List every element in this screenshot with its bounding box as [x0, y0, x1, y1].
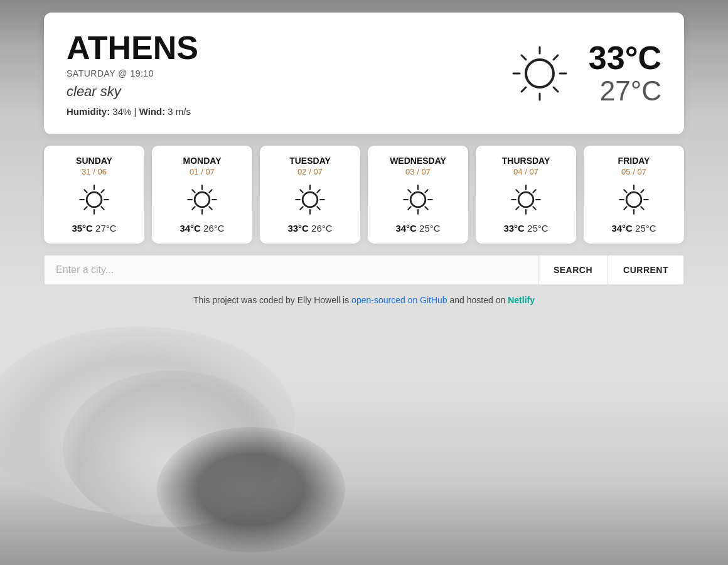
detail-separator: | [134, 106, 139, 117]
footer-text-before: This project was coded by Elly Howell is [193, 295, 351, 305]
forecast-day: SUNDAY [76, 156, 112, 166]
current-temp-low: 27°C [600, 76, 661, 106]
search-button[interactable]: SEARCH [538, 255, 608, 285]
forecast-temp-hi: 34°C [395, 223, 417, 234]
svg-line-17 [84, 207, 87, 210]
svg-line-33 [317, 207, 319, 210]
svg-point-9 [87, 192, 102, 207]
forecast-day: MONDAY [183, 156, 222, 166]
current-details: Humidity: 34% | Wind: 3 m/s [67, 106, 198, 117]
svg-line-6 [554, 87, 558, 92]
forecast-temp-lo: 25°C [527, 223, 549, 234]
forecast-card: SUNDAY 31 / 06 35°C 27°C [44, 146, 144, 244]
svg-line-34 [317, 190, 319, 193]
current-temps: 33°C 27°C [589, 40, 661, 107]
forecast-temp-hi: 33°C [287, 223, 309, 234]
netlify-link[interactable]: Netlify [508, 295, 535, 305]
city-name: ATHENS [67, 30, 198, 66]
svg-line-53 [516, 207, 518, 210]
forecast-temps: 33°C 26°C [287, 223, 332, 234]
svg-point-18 [195, 192, 210, 207]
svg-line-24 [209, 207, 211, 210]
svg-line-5 [522, 55, 526, 60]
svg-line-62 [624, 207, 626, 210]
forecast-date: 03 / 07 [405, 167, 431, 176]
svg-line-43 [425, 190, 427, 193]
forecast-date: 05 / 07 [621, 167, 646, 176]
forecast-day: THURSDAY [502, 156, 550, 166]
forecast-temps: 34°C 26°C [179, 223, 224, 234]
svg-line-32 [300, 190, 302, 193]
svg-line-7 [554, 55, 558, 60]
content-wrapper: ATHENS SATURDAY @ 19:10 clear sky Humidi… [19, 0, 709, 318]
forecast-temp-hi: 33°C [503, 223, 525, 234]
current-weather-right: 33°C 27°C [508, 40, 661, 107]
current-description: clear sky [67, 83, 198, 100]
github-link[interactable]: open-sourced on GitHub [351, 295, 447, 305]
svg-line-16 [101, 190, 104, 193]
forecast-card: TUESDAY 02 / 07 33°C 26°C [260, 146, 360, 244]
forecast-date: 31 / 06 [82, 167, 107, 176]
forecast-sun-icon [77, 183, 111, 217]
forecast-temp-lo: 26°C [311, 223, 333, 234]
forecast-card: THURSDAY 04 / 07 33°C 25°C [476, 146, 576, 244]
cloud-decoration-3 [157, 427, 345, 552]
svg-point-0 [526, 60, 554, 87]
svg-line-23 [192, 190, 195, 193]
forecast-card: MONDAY 01 / 07 34°C 26°C [152, 146, 252, 244]
forecast-sun-icon [185, 183, 219, 217]
forecast-row: SUNDAY 31 / 06 35°C 27°C MONDAY 01 / 07 [44, 146, 684, 244]
forecast-card: FRIDAY 05 / 07 34°C 25°C [584, 146, 684, 244]
forecast-temps: 33°C 25°C [503, 223, 548, 234]
svg-line-26 [192, 207, 195, 210]
forecast-card: WEDNESDAY 03 / 07 34°C 25°C [368, 146, 468, 244]
current-weather-left: ATHENS SATURDAY @ 19:10 clear sky Humidi… [67, 30, 198, 117]
forecast-date: 01 / 07 [190, 167, 215, 176]
svg-point-36 [410, 192, 426, 207]
current-location-button[interactable]: CURRENT [608, 255, 684, 285]
current-weather-card: ATHENS SATURDAY @ 19:10 clear sky Humidi… [44, 13, 684, 134]
current-datetime: SATURDAY @ 19:10 [67, 68, 198, 78]
forecast-temp-lo: 25°C [419, 223, 441, 234]
forecast-temp-lo: 26°C [203, 223, 225, 234]
wind-value: 3 m/s [168, 106, 191, 117]
wind-label: Wind: [139, 106, 166, 117]
footer-text-middle: and hosted on [450, 295, 508, 305]
forecast-temp-lo: 25°C [635, 223, 656, 234]
forecast-date: 04 / 07 [513, 167, 538, 176]
svg-line-14 [84, 190, 87, 193]
svg-line-44 [408, 207, 410, 210]
svg-line-41 [408, 190, 410, 193]
forecast-sun-icon [293, 183, 327, 217]
forecast-temp-lo: 27°C [95, 223, 117, 234]
forecast-temp-hi: 34°C [179, 223, 201, 234]
svg-line-59 [624, 190, 626, 193]
forecast-temps: 35°C 27°C [72, 223, 116, 234]
forecast-day: FRIDAY [618, 156, 650, 166]
forecast-temp-hi: 34°C [611, 223, 633, 234]
svg-line-51 [533, 207, 535, 210]
svg-line-60 [641, 207, 643, 210]
sun-icon-large [508, 42, 571, 105]
forecast-sun-icon [401, 183, 435, 217]
footer: This project was coded by Elly Howell is… [44, 295, 684, 305]
humidity-value: 34% [112, 106, 131, 117]
svg-point-27 [302, 192, 318, 207]
forecast-temps: 34°C 25°C [395, 223, 440, 234]
forecast-date: 02 / 07 [297, 167, 323, 176]
svg-line-42 [425, 207, 427, 210]
svg-line-35 [300, 207, 302, 210]
forecast-temps: 34°C 25°C [611, 223, 656, 234]
svg-line-52 [533, 190, 535, 193]
current-temp-high: 33°C [589, 40, 661, 76]
forecast-sun-icon [509, 183, 543, 217]
svg-line-15 [101, 207, 104, 210]
svg-line-50 [516, 190, 518, 193]
svg-line-8 [522, 87, 526, 92]
svg-line-25 [209, 190, 211, 193]
forecast-temp-hi: 35°C [72, 223, 93, 234]
search-input[interactable] [44, 255, 538, 285]
forecast-sun-icon [617, 183, 651, 217]
svg-point-45 [518, 192, 533, 207]
humidity-label: Humidity: [67, 106, 110, 117]
